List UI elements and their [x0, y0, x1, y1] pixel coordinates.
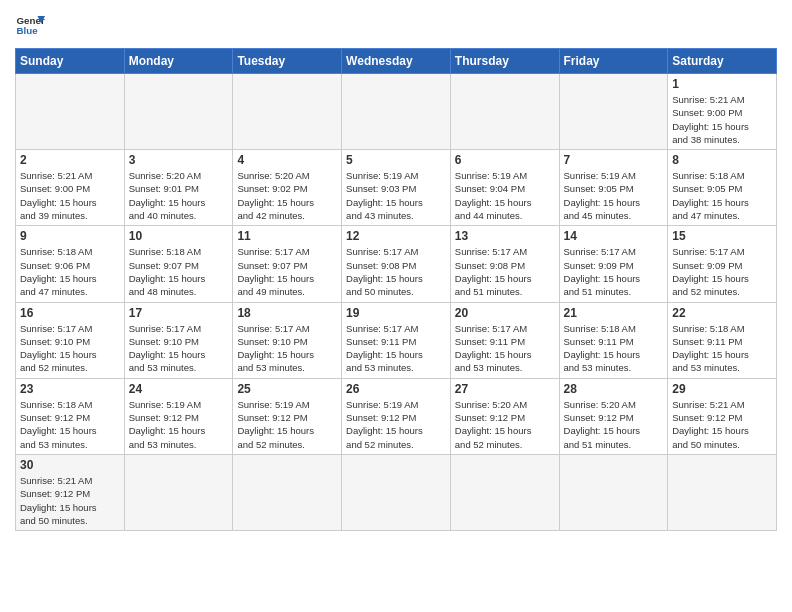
day-number: 5: [346, 153, 446, 167]
calendar-cell: 15Sunrise: 5:17 AM Sunset: 9:09 PM Dayli…: [668, 226, 777, 302]
day-number: 22: [672, 306, 772, 320]
day-number: 26: [346, 382, 446, 396]
day-info: Sunrise: 5:17 AM Sunset: 9:11 PM Dayligh…: [455, 322, 555, 375]
calendar-cell: 29Sunrise: 5:21 AM Sunset: 9:12 PM Dayli…: [668, 378, 777, 454]
day-info: Sunrise: 5:17 AM Sunset: 9:07 PM Dayligh…: [237, 245, 337, 298]
weekday-header-row: SundayMondayTuesdayWednesdayThursdayFrid…: [16, 49, 777, 74]
calendar-cell: 14Sunrise: 5:17 AM Sunset: 9:09 PM Dayli…: [559, 226, 668, 302]
day-info: Sunrise: 5:17 AM Sunset: 9:08 PM Dayligh…: [346, 245, 446, 298]
generalblue-icon: General Blue: [15, 10, 45, 40]
calendar-cell: 28Sunrise: 5:20 AM Sunset: 9:12 PM Dayli…: [559, 378, 668, 454]
day-number: 20: [455, 306, 555, 320]
calendar-cell: 17Sunrise: 5:17 AM Sunset: 9:10 PM Dayli…: [124, 302, 233, 378]
calendar-cell: 22Sunrise: 5:18 AM Sunset: 9:11 PM Dayli…: [668, 302, 777, 378]
day-number: 1: [672, 77, 772, 91]
page: General Blue SundayMondayTuesdayWednesda…: [0, 0, 792, 546]
calendar-cell: [124, 454, 233, 530]
day-info: Sunrise: 5:17 AM Sunset: 9:10 PM Dayligh…: [20, 322, 120, 375]
calendar-cell: [559, 74, 668, 150]
calendar-cell: 3Sunrise: 5:20 AM Sunset: 9:01 PM Daylig…: [124, 150, 233, 226]
day-info: Sunrise: 5:18 AM Sunset: 9:11 PM Dayligh…: [564, 322, 664, 375]
calendar-week-row: 23Sunrise: 5:18 AM Sunset: 9:12 PM Dayli…: [16, 378, 777, 454]
day-info: Sunrise: 5:18 AM Sunset: 9:12 PM Dayligh…: [20, 398, 120, 451]
calendar-cell: [450, 454, 559, 530]
calendar-cell: 13Sunrise: 5:17 AM Sunset: 9:08 PM Dayli…: [450, 226, 559, 302]
calendar-cell: [668, 454, 777, 530]
calendar-cell: [342, 74, 451, 150]
calendar-cell: 26Sunrise: 5:19 AM Sunset: 9:12 PM Dayli…: [342, 378, 451, 454]
day-number: 23: [20, 382, 120, 396]
day-number: 19: [346, 306, 446, 320]
day-info: Sunrise: 5:17 AM Sunset: 9:10 PM Dayligh…: [129, 322, 229, 375]
calendar-cell: 24Sunrise: 5:19 AM Sunset: 9:12 PM Dayli…: [124, 378, 233, 454]
day-info: Sunrise: 5:17 AM Sunset: 9:08 PM Dayligh…: [455, 245, 555, 298]
day-number: 28: [564, 382, 664, 396]
day-info: Sunrise: 5:18 AM Sunset: 9:05 PM Dayligh…: [672, 169, 772, 222]
calendar-cell: [450, 74, 559, 150]
day-info: Sunrise: 5:18 AM Sunset: 9:11 PM Dayligh…: [672, 322, 772, 375]
calendar-cell: 21Sunrise: 5:18 AM Sunset: 9:11 PM Dayli…: [559, 302, 668, 378]
day-number: 27: [455, 382, 555, 396]
day-number: 14: [564, 229, 664, 243]
day-info: Sunrise: 5:17 AM Sunset: 9:09 PM Dayligh…: [672, 245, 772, 298]
day-info: Sunrise: 5:17 AM Sunset: 9:11 PM Dayligh…: [346, 322, 446, 375]
calendar-cell: [233, 454, 342, 530]
calendar-cell: [124, 74, 233, 150]
calendar-week-row: 9Sunrise: 5:18 AM Sunset: 9:06 PM Daylig…: [16, 226, 777, 302]
day-info: Sunrise: 5:20 AM Sunset: 9:02 PM Dayligh…: [237, 169, 337, 222]
day-number: 10: [129, 229, 229, 243]
calendar-cell: 18Sunrise: 5:17 AM Sunset: 9:10 PM Dayli…: [233, 302, 342, 378]
calendar-cell: 7Sunrise: 5:19 AM Sunset: 9:05 PM Daylig…: [559, 150, 668, 226]
calendar-cell: 23Sunrise: 5:18 AM Sunset: 9:12 PM Dayli…: [16, 378, 125, 454]
weekday-header-tuesday: Tuesday: [233, 49, 342, 74]
weekday-header-monday: Monday: [124, 49, 233, 74]
calendar-cell: 5Sunrise: 5:19 AM Sunset: 9:03 PM Daylig…: [342, 150, 451, 226]
day-info: Sunrise: 5:19 AM Sunset: 9:12 PM Dayligh…: [237, 398, 337, 451]
day-number: 24: [129, 382, 229, 396]
day-number: 17: [129, 306, 229, 320]
calendar-cell: 11Sunrise: 5:17 AM Sunset: 9:07 PM Dayli…: [233, 226, 342, 302]
calendar-cell: 2Sunrise: 5:21 AM Sunset: 9:00 PM Daylig…: [16, 150, 125, 226]
calendar-cell: 8Sunrise: 5:18 AM Sunset: 9:05 PM Daylig…: [668, 150, 777, 226]
day-info: Sunrise: 5:21 AM Sunset: 9:00 PM Dayligh…: [672, 93, 772, 146]
weekday-header-sunday: Sunday: [16, 49, 125, 74]
calendar-cell: 25Sunrise: 5:19 AM Sunset: 9:12 PM Dayli…: [233, 378, 342, 454]
calendar-cell: 6Sunrise: 5:19 AM Sunset: 9:04 PM Daylig…: [450, 150, 559, 226]
day-number: 21: [564, 306, 664, 320]
day-number: 15: [672, 229, 772, 243]
day-number: 16: [20, 306, 120, 320]
day-number: 3: [129, 153, 229, 167]
calendar-cell: 27Sunrise: 5:20 AM Sunset: 9:12 PM Dayli…: [450, 378, 559, 454]
day-info: Sunrise: 5:19 AM Sunset: 9:05 PM Dayligh…: [564, 169, 664, 222]
day-number: 9: [20, 229, 120, 243]
calendar-cell: [559, 454, 668, 530]
calendar-cell: 12Sunrise: 5:17 AM Sunset: 9:08 PM Dayli…: [342, 226, 451, 302]
weekday-header-saturday: Saturday: [668, 49, 777, 74]
calendar-cell: [16, 74, 125, 150]
day-number: 12: [346, 229, 446, 243]
calendar-week-row: 30Sunrise: 5:21 AM Sunset: 9:12 PM Dayli…: [16, 454, 777, 530]
day-info: Sunrise: 5:20 AM Sunset: 9:12 PM Dayligh…: [455, 398, 555, 451]
day-number: 13: [455, 229, 555, 243]
day-info: Sunrise: 5:21 AM Sunset: 9:12 PM Dayligh…: [672, 398, 772, 451]
calendar-week-row: 1Sunrise: 5:21 AM Sunset: 9:00 PM Daylig…: [16, 74, 777, 150]
day-info: Sunrise: 5:18 AM Sunset: 9:07 PM Dayligh…: [129, 245, 229, 298]
day-number: 29: [672, 382, 772, 396]
day-number: 18: [237, 306, 337, 320]
day-number: 30: [20, 458, 120, 472]
calendar-week-row: 2Sunrise: 5:21 AM Sunset: 9:00 PM Daylig…: [16, 150, 777, 226]
calendar-cell: 9Sunrise: 5:18 AM Sunset: 9:06 PM Daylig…: [16, 226, 125, 302]
calendar-cell: 16Sunrise: 5:17 AM Sunset: 9:10 PM Dayli…: [16, 302, 125, 378]
day-number: 8: [672, 153, 772, 167]
weekday-header-wednesday: Wednesday: [342, 49, 451, 74]
day-number: 11: [237, 229, 337, 243]
day-info: Sunrise: 5:18 AM Sunset: 9:06 PM Dayligh…: [20, 245, 120, 298]
day-info: Sunrise: 5:21 AM Sunset: 9:00 PM Dayligh…: [20, 169, 120, 222]
calendar-cell: 20Sunrise: 5:17 AM Sunset: 9:11 PM Dayli…: [450, 302, 559, 378]
weekday-header-thursday: Thursday: [450, 49, 559, 74]
day-number: 4: [237, 153, 337, 167]
day-number: 2: [20, 153, 120, 167]
day-number: 25: [237, 382, 337, 396]
calendar-cell: [233, 74, 342, 150]
day-info: Sunrise: 5:19 AM Sunset: 9:04 PM Dayligh…: [455, 169, 555, 222]
